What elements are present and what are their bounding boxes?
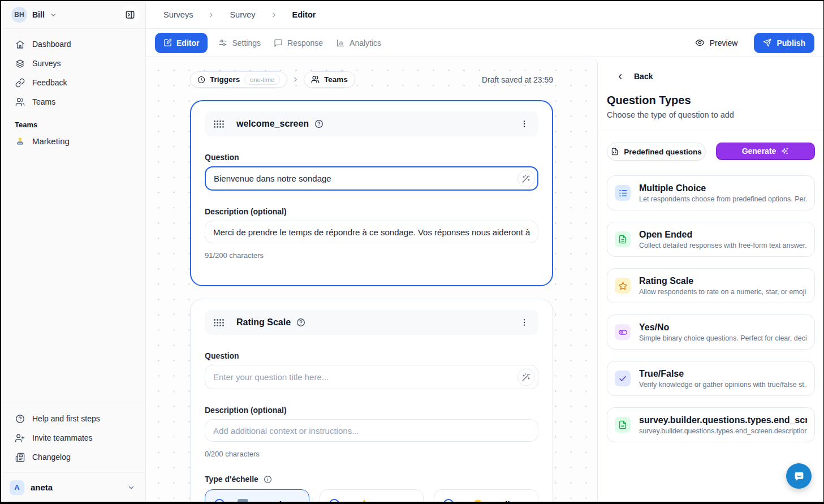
option-label: Numeric — [252, 499, 286, 502]
chevron-down-icon — [127, 484, 135, 492]
breadcrumb-editor: Editor — [292, 10, 316, 19]
team-name: Marketing — [32, 136, 70, 146]
user-name[interactable]: Bill — [32, 10, 45, 19]
description-input[interactable] — [205, 419, 538, 442]
question-type-multiple-choice[interactable]: Multiple Choice Let respondents choose f… — [607, 175, 815, 210]
star-emoji-icon — [359, 499, 369, 502]
sidebar-item-invite[interactable]: Invite teammates — [6, 428, 141, 447]
question-type-open-ended[interactable]: Open Ended Collect detailed responses wi… — [607, 222, 815, 257]
draft-status: Draft saved at 23:59 — [482, 75, 553, 84]
publish-button[interactable]: Publish — [754, 33, 814, 53]
clock-icon — [197, 76, 205, 84]
sidebar-item-teams[interactable]: Teams — [6, 92, 141, 111]
user-plus-icon — [15, 433, 25, 443]
file-code-icon — [611, 148, 619, 156]
description-input[interactable] — [205, 221, 538, 243]
card-menu-icon[interactable] — [519, 317, 530, 328]
card-header: Rating Scale — [205, 310, 538, 335]
question-input[interactable] — [205, 166, 538, 191]
tab-editor[interactable]: Editor — [155, 33, 208, 53]
sidebar-item-label: Changelog — [32, 453, 71, 462]
toolbar: Editor Settings Response Analytics — [146, 29, 823, 57]
link-icon — [15, 78, 25, 88]
question-card-welcome-screen[interactable]: welcome_screen Question — [190, 100, 553, 286]
sidebar-item-help[interactable]: Help and first steps — [6, 409, 141, 428]
triggers-chip[interactable]: Triggers one-time — [190, 71, 287, 88]
sidebar: BH Bill Dashboard Surv — [1, 1, 146, 502]
sidebar-toggle-button[interactable] — [120, 5, 140, 24]
check-icon — [615, 371, 631, 386]
sidebar-item-team-marketing[interactable]: Marketing — [6, 131, 141, 150]
generate-button[interactable]: Generate — [716, 143, 815, 160]
drag-handle-icon[interactable] — [213, 120, 225, 128]
char-counter: 91/200 characters — [205, 251, 538, 260]
newspaper-icon — [15, 453, 25, 462]
chat-bubble-icon — [793, 470, 805, 483]
tab-label: Editor — [176, 38, 199, 48]
drag-handle-icon[interactable] — [213, 318, 225, 327]
tab-settings[interactable]: Settings — [218, 38, 261, 48]
triggers-label: Triggers — [210, 75, 240, 84]
radio-unchecked[interactable] — [443, 499, 454, 502]
sliders-icon — [218, 38, 227, 48]
layers-icon — [15, 59, 25, 68]
chat-launcher-button[interactable] — [786, 463, 812, 489]
question-type-name: True/False — [639, 369, 807, 379]
chevron-right-icon — [208, 11, 215, 19]
radio-unchecked[interactable] — [329, 499, 339, 502]
org-switcher[interactable]: A aneta — [1, 472, 145, 502]
predefined-questions-button[interactable]: Predefined questions — [607, 143, 706, 161]
question-type-rating-scale[interactable]: Rating Scale Allow respondents to rate o… — [607, 268, 815, 303]
chevron-right-icon — [270, 11, 278, 19]
chevron-right-icon — [292, 76, 299, 83]
ai-rewrite-button[interactable] — [517, 170, 535, 187]
question-type-yes-no[interactable]: Yes/No Simple binary choice questions. P… — [607, 315, 815, 350]
tab-label: Settings — [232, 38, 261, 48]
org-avatar: A — [10, 480, 24, 495]
question-type-description: Verify knowledge or gather opinions with… — [639, 381, 807, 389]
help-circle-icon[interactable] — [296, 318, 305, 327]
sidebar-item-dashboard[interactable]: Dashboard — [6, 35, 141, 54]
sparkles-icon — [780, 147, 789, 156]
card-header: welcome_screen — [205, 111, 538, 136]
question-type-list: Multiple Choice Let respondents choose f… — [607, 175, 815, 442]
scale-option-stars[interactable]: Stars — [320, 489, 424, 502]
card-menu-icon[interactable] — [519, 118, 530, 130]
question-type-end-screen[interactable]: survey.builder.questions.types.end_scr..… — [607, 407, 815, 442]
question-types-panel: Back Question Types Choose the type of q… — [598, 57, 823, 502]
tab-analytics[interactable]: Analytics — [336, 38, 381, 48]
breadcrumb-surveys[interactable]: Surveys — [163, 10, 193, 19]
radio-checked[interactable] — [214, 499, 225, 502]
back-button[interactable]: Back — [607, 72, 815, 81]
teams-chip[interactable]: Teams — [304, 71, 355, 88]
sidebar-footer: Help and first steps Invite teammates Ch… — [1, 403, 145, 472]
sidebar-item-changelog[interactable]: Changelog — [6, 447, 141, 467]
sidebar-item-label: Dashboard — [32, 40, 71, 49]
scale-type-label: Type d'échelle — [205, 475, 258, 484]
question-label: Question — [205, 351, 538, 360]
question-type-true-false[interactable]: True/False Verify knowledge or gather op… — [607, 361, 815, 396]
trigger-type-badge: one-time — [244, 75, 280, 85]
preview-label: Preview — [710, 38, 738, 48]
sidebar-item-surveys[interactable]: Surveys — [6, 54, 141, 73]
scale-option-numeric[interactable]: # Numeric — [205, 489, 309, 502]
avatar[interactable]: BH — [11, 7, 27, 23]
back-label: Back — [634, 72, 653, 81]
sidebar-item-label: Invite teammates — [32, 433, 93, 442]
info-icon[interactable] — [264, 475, 272, 484]
sidebar-header: BH Bill — [1, 1, 145, 29]
scale-option-emoji[interactable]: Emoji — [434, 489, 538, 502]
send-icon — [763, 38, 771, 47]
publish-label: Publish — [776, 38, 805, 48]
ai-rewrite-button[interactable] — [517, 368, 535, 386]
sidebar-item-feedback[interactable]: Feedback — [6, 73, 141, 92]
description-label: Description (optional) — [205, 207, 538, 216]
help-circle-icon — [15, 414, 25, 424]
question-input[interactable] — [205, 365, 538, 389]
breadcrumb-survey[interactable]: Survey — [230, 10, 255, 19]
preview-button[interactable]: Preview — [692, 37, 741, 48]
teams-chip-label: Teams — [324, 75, 348, 84]
tab-response[interactable]: Response — [274, 38, 323, 48]
help-circle-icon[interactable] — [314, 119, 323, 128]
question-card-rating-scale[interactable]: Rating Scale Question — [190, 299, 553, 502]
